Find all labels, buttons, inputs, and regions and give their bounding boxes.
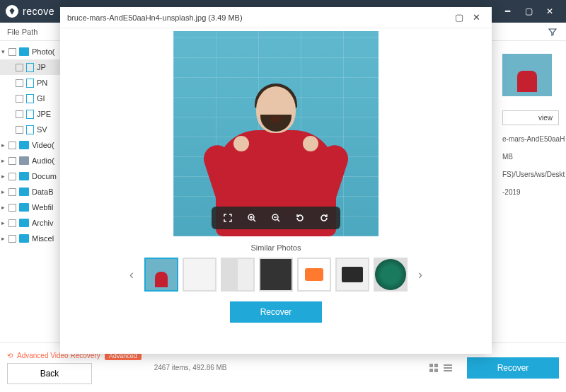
rotate-left-icon[interactable] bbox=[294, 212, 306, 224]
grid-view-icon[interactable] bbox=[429, 363, 439, 373]
carousel-prev-icon[interactable]: ‹ bbox=[125, 260, 139, 289]
preview-close-button[interactable]: ✕ bbox=[468, 11, 485, 25]
svg-rect-3 bbox=[434, 369, 438, 372]
similar-thumb[interactable] bbox=[374, 258, 408, 292]
preview-maximize-button[interactable]: ▢ bbox=[451, 11, 468, 25]
file-path-label: File Path bbox=[7, 28, 37, 36]
details-date: -2019 bbox=[502, 188, 559, 196]
sidebar-item-photo[interactable]: ▾Photo( bbox=[0, 44, 67, 59]
sidebar-item-database[interactable]: ▸DataB bbox=[0, 184, 67, 200]
sidebar-item-svg[interactable]: SV bbox=[0, 122, 67, 137]
svg-rect-6 bbox=[444, 370, 452, 371]
preview-filename: bruce-mars-AndE50aaHn4-unsplash.jpg (3.4… bbox=[67, 13, 243, 22]
details-filename: e-mars-AndE50aaH nsplash.jpg bbox=[502, 135, 559, 143]
details-thumbnail bbox=[502, 54, 552, 96]
preview-recover-button[interactable]: Recover bbox=[230, 301, 322, 323]
app-logo bbox=[6, 5, 18, 18]
close-button[interactable]: ✕ bbox=[539, 3, 560, 20]
minimize-button[interactable]: ━ bbox=[497, 3, 518, 20]
preview-header: bruce-mars-AndE50aaHn4-unsplash.jpg (3.4… bbox=[60, 7, 492, 28]
list-view-icon[interactable] bbox=[443, 363, 453, 373]
similar-thumb[interactable] bbox=[183, 258, 216, 292]
view-mode-icons bbox=[429, 363, 453, 373]
svg-rect-0 bbox=[429, 364, 433, 367]
zoom-out-icon[interactable] bbox=[270, 212, 282, 224]
sidebar-item-jpg[interactable]: JP bbox=[0, 59, 67, 75]
sidebar-item-jpeg[interactable]: JPE bbox=[0, 106, 67, 122]
maximize-button[interactable]: ▢ bbox=[518, 3, 539, 20]
image-controls bbox=[212, 207, 340, 229]
sidebar-item-video[interactable]: ▸Video( bbox=[0, 137, 67, 153]
similar-carousel: ‹ › bbox=[125, 258, 427, 292]
similar-thumb[interactable] bbox=[335, 258, 369, 292]
back-button[interactable]: Back bbox=[7, 363, 92, 384]
view-button[interactable]: view bbox=[502, 110, 559, 125]
svg-rect-2 bbox=[429, 369, 433, 372]
refresh-icon: ⟲ bbox=[7, 352, 13, 359]
similar-thumb[interactable] bbox=[259, 258, 293, 292]
rotate-right-icon[interactable] bbox=[318, 212, 330, 224]
status-text: 2467 items, 492.86 MB bbox=[154, 364, 227, 371]
filter-icon[interactable] bbox=[546, 25, 559, 38]
recover-button[interactable]: Recover bbox=[467, 357, 559, 379]
similar-thumb[interactable] bbox=[297, 258, 331, 292]
details-panel: view e-mars-AndE50aaH nsplash.jpg MB FS)… bbox=[495, 41, 566, 342]
details-size: MB bbox=[502, 153, 559, 161]
preview-image bbox=[173, 31, 379, 236]
sidebar-item-document[interactable]: ▸Docum bbox=[0, 168, 67, 184]
app-brand: recove bbox=[23, 6, 54, 17]
preview-modal: bruce-mars-AndE50aaHn4-unsplash.jpg (3.4… bbox=[60, 7, 492, 354]
fullscreen-icon[interactable] bbox=[221, 212, 234, 224]
sidebar-item-audio[interactable]: ▸Audio( bbox=[0, 153, 67, 168]
sidebar-item-webfiles[interactable]: ▸Webfil bbox=[0, 200, 67, 215]
svg-rect-4 bbox=[444, 364, 452, 366]
carousel-next-icon[interactable]: › bbox=[413, 260, 427, 289]
sidebar: ▾Photo( JP PN GI JPE SV ▸Video( ▸Audio( … bbox=[0, 41, 67, 342]
svg-rect-5 bbox=[444, 367, 452, 369]
similar-thumb[interactable] bbox=[144, 258, 178, 292]
similar-photos-label: Similar Photos bbox=[251, 243, 301, 252]
sidebar-item-misc[interactable]: ▸Miscel bbox=[0, 231, 67, 246]
sidebar-item-png[interactable]: PN bbox=[0, 75, 67, 91]
preview-body: Similar Photos ‹ › Recover bbox=[60, 28, 492, 354]
sidebar-item-archive[interactable]: ▸Archiv bbox=[0, 215, 67, 231]
zoom-in-icon[interactable] bbox=[246, 212, 258, 224]
sidebar-item-gif[interactable]: GI bbox=[0, 91, 67, 106]
similar-thumb[interactable] bbox=[221, 258, 255, 292]
details-path: FS)/Users/ws/Deskt 85/Photos bbox=[502, 171, 559, 178]
svg-rect-1 bbox=[434, 364, 438, 367]
